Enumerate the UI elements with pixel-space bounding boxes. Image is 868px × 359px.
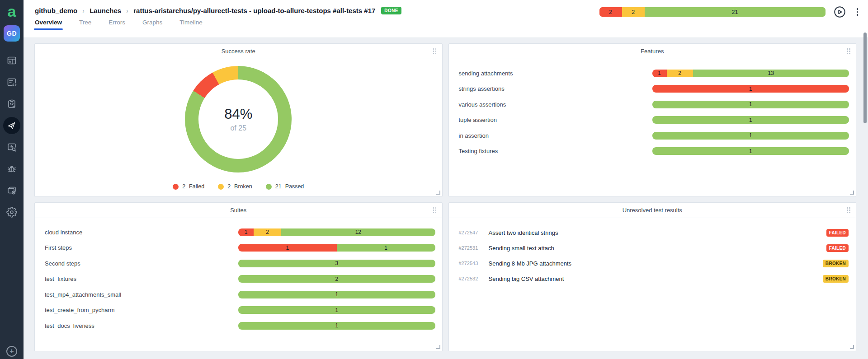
legend-label: Broken	[234, 183, 252, 190]
bar-segment-failed[interactable]: 1	[652, 70, 667, 77]
sidebar-item-test-plans[interactable]	[1, 93, 23, 115]
sidebar-item-dashboards[interactable]	[1, 50, 23, 71]
status-segment-failed[interactable]: 2	[599, 7, 622, 17]
test-cases-icon	[6, 77, 17, 88]
stacked-bar[interactable]: 1	[652, 147, 849, 155]
stacked-bar[interactable]: 11	[238, 244, 435, 252]
tab-errors[interactable]: Errors	[108, 19, 125, 30]
resize-handle-icon[interactable]	[436, 191, 440, 195]
success-rate-panel: Success rate 84% of 25 2Failed2Broken21P…	[34, 43, 443, 197]
test-result-row: #272547Assert two identical stringsFAILE…	[449, 225, 856, 240]
drag-handle-icon[interactable]	[847, 207, 851, 214]
status-segment-passed[interactable]: 21	[645, 7, 826, 17]
bar-segment-count: 13	[768, 70, 774, 76]
drag-handle-icon[interactable]	[847, 48, 851, 55]
legend-item-passed[interactable]: 21Passed	[266, 183, 304, 190]
test-result-row: #272532Sending big CSV attachmentBROKEN	[449, 271, 856, 286]
bar-segment-passed[interactable]: 1	[238, 291, 435, 298]
donut-legend: 2Failed2Broken21Passed	[173, 183, 304, 190]
status-segment-count: 2	[632, 9, 635, 15]
resize-handle-icon[interactable]	[850, 345, 854, 349]
failed-dot-icon	[173, 184, 179, 190]
launch-status-bar: 2221	[599, 7, 826, 17]
bar-segment-broken[interactable]: 2	[667, 70, 693, 77]
bar-segment-passed[interactable]: 1	[652, 101, 849, 108]
sidebar-item-jobs[interactable]	[1, 180, 23, 201]
status-segment-broken[interactable]: 2	[622, 7, 645, 17]
bar-segment-passed[interactable]: 1	[652, 116, 849, 124]
sidebar-item-analytics[interactable]	[1, 136, 23, 158]
bar-segment-failed[interactable]: 1	[238, 228, 254, 236]
breadcrumb-launches[interactable]: Launches	[90, 7, 121, 14]
more-menu-button[interactable]	[854, 7, 861, 17]
add-button[interactable]: +	[6, 346, 17, 357]
bar-segment-count: 12	[355, 229, 361, 235]
bar-segment-passed[interactable]: 1	[238, 306, 435, 314]
test-result-link[interactable]: Sending big CSV attachment	[489, 275, 823, 282]
dashboards-icon	[6, 55, 17, 66]
project-avatar[interactable]: GD	[4, 25, 20, 42]
tab-timeline[interactable]: Timeline	[179, 19, 203, 30]
allure-logo[interactable]: a	[4, 3, 20, 19]
stacked-bar[interactable]: 1	[238, 291, 435, 298]
tab-graphs[interactable]: Graphs	[142, 19, 162, 30]
legend-item-broken[interactable]: 2Broken	[218, 183, 252, 190]
bar-segment-passed[interactable]: 13	[693, 70, 849, 77]
bar-segment-failed[interactable]: 1	[652, 85, 849, 93]
bar-segment-failed[interactable]: 1	[238, 244, 337, 252]
drag-handle-icon[interactable]	[433, 48, 437, 55]
test-result-link[interactable]: Sending 8 Mb JPG attachments	[489, 260, 823, 267]
sidebar-item-launches[interactable]	[1, 115, 23, 136]
sidebar-item-test-cases[interactable]	[1, 71, 23, 93]
stacked-bar[interactable]: 3	[238, 260, 435, 267]
stacked-bar[interactable]: 1212	[238, 228, 435, 236]
status-badge: BROKEN	[823, 260, 849, 267]
tab-overview[interactable]: Overview	[35, 19, 62, 30]
breadcrumb-separator: ›	[83, 7, 85, 14]
gear-icon	[6, 207, 17, 218]
resize-handle-icon[interactable]	[850, 191, 854, 195]
resize-handle-icon[interactable]	[436, 345, 440, 349]
test-result-link[interactable]: Assert two identical strings	[489, 229, 826, 236]
bar-segment-passed[interactable]: 3	[238, 260, 435, 267]
breadcrumb-launch-title[interactable]: rattus-aristarchus/py-allurectl-tests - …	[133, 7, 375, 14]
bar-segment-passed[interactable]: 12	[281, 228, 435, 236]
stacked-bar[interactable]: 1	[652, 85, 849, 93]
bar-segment-passed[interactable]: 1	[337, 244, 435, 252]
dashboard-grid: Success rate 84% of 25 2Failed2Broken21P…	[24, 38, 868, 359]
stacked-bar[interactable]: 1	[652, 101, 849, 108]
stacked-bar[interactable]: 1	[652, 132, 849, 140]
breadcrumb-project[interactable]: github_demo	[35, 7, 77, 14]
success-rate-donut[interactable]: 84% of 25	[185, 66, 292, 173]
drag-handle-icon[interactable]	[433, 207, 437, 214]
bar-segment-count: 1	[335, 291, 338, 298]
tab-tree[interactable]: Tree	[79, 19, 91, 30]
stacked-bar[interactable]: 1	[652, 116, 849, 124]
bar-segment-count: 2	[335, 276, 338, 282]
test-result-link[interactable]: Sending small text attach	[489, 245, 826, 252]
success-percent: 84%	[224, 106, 252, 122]
bar-segment-count: 2	[266, 229, 269, 235]
stacked-bar[interactable]: 2	[238, 275, 435, 283]
bar-segment-broken[interactable]: 2	[254, 228, 281, 236]
sidebar-item-defects[interactable]	[1, 158, 23, 180]
scrollbar-thumb[interactable]	[863, 33, 867, 123]
bar-row-label: in assertion	[459, 132, 652, 139]
bar-segment-passed[interactable]: 2	[238, 275, 435, 283]
rerun-button[interactable]	[834, 6, 846, 18]
stacked-bar[interactable]: 1	[238, 306, 435, 314]
sidebar-item-settings[interactable]	[1, 201, 23, 223]
kebab-dot	[857, 8, 859, 10]
bar-row-label: test_fixtures	[45, 275, 238, 282]
legend-item-failed[interactable]: 2Failed	[173, 183, 204, 190]
panel-title: Unresolved test results	[449, 203, 856, 218]
bar-row: test_fixtures2	[35, 271, 442, 287]
bar-segment-passed[interactable]: 1	[652, 132, 849, 140]
bar-row-label: cloud instance	[45, 229, 238, 236]
kebab-dot	[857, 11, 859, 13]
jobs-icon	[6, 185, 17, 196]
bar-segment-passed[interactable]: 1	[652, 147, 849, 155]
bar-segment-passed[interactable]: 1	[238, 322, 435, 330]
stacked-bar[interactable]: 1	[238, 322, 435, 330]
stacked-bar[interactable]: 1213	[652, 70, 849, 77]
